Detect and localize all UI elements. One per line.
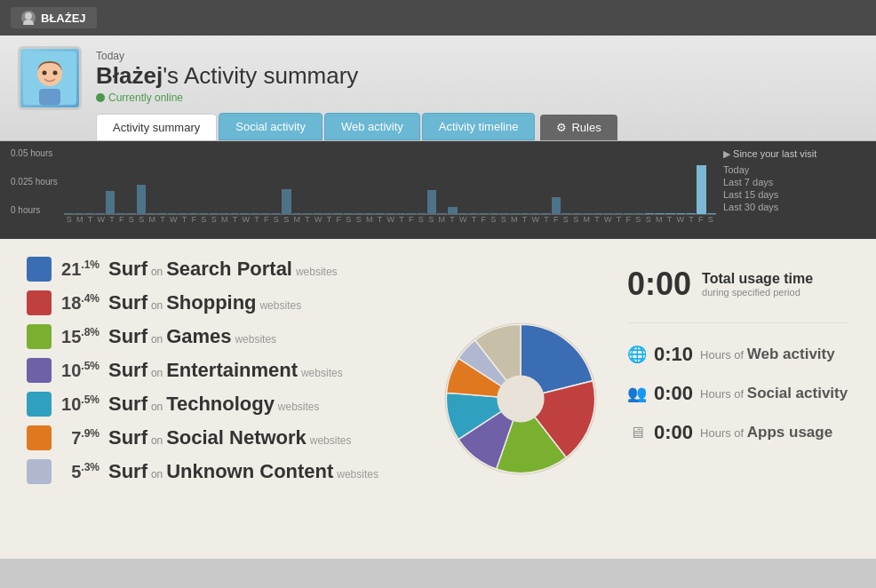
chart-bar	[178, 213, 187, 214]
stat-social: 👥 0:00 Hours of Social activity	[627, 382, 849, 405]
x-label: T	[472, 215, 477, 224]
x-label: T	[233, 215, 238, 224]
header-info: Today Błażej's Activity summary Currentl…	[96, 46, 858, 140]
chart-bar	[593, 213, 602, 214]
legend-pct: 10.5%	[60, 360, 100, 381]
chart-bar	[458, 213, 468, 214]
chart-bar	[147, 213, 156, 214]
chart-bar	[417, 213, 426, 214]
legend-list: 21.1%Surf on Search Portal websites18.4%…	[27, 257, 414, 541]
legend-pct: 10.5%	[60, 393, 100, 415]
x-label: F	[264, 215, 269, 224]
user-icon	[21, 11, 36, 25]
x-label: T	[88, 215, 93, 224]
tab-activity-summary[interactable]: Activity summary	[96, 114, 217, 140]
chart-bar	[448, 207, 458, 214]
legend-item: 21.1%Surf on Search Portal websites	[27, 257, 414, 282]
online-label: Currently online	[108, 91, 183, 104]
x-label: W	[243, 215, 251, 224]
chart-bar	[603, 213, 613, 214]
x-label: M	[221, 215, 228, 224]
x-label: S	[346, 215, 351, 224]
x-label: W	[604, 215, 612, 224]
legend-color-swatch	[27, 425, 52, 450]
total-sub: during specified period	[702, 287, 813, 298]
time-option-today[interactable]: Today	[723, 163, 865, 176]
x-label: S	[573, 215, 578, 224]
web-desc: Hours of Web activity	[700, 346, 835, 363]
tab-social-activity[interactable]: Social activity	[219, 113, 323, 140]
tab-activity-timeline[interactable]: Activity timeline	[422, 113, 536, 140]
avatar	[18, 46, 82, 110]
x-label: S	[418, 215, 424, 224]
stats-panel: 0:00 Total usage time during specified p…	[627, 257, 849, 541]
chart-bar	[479, 213, 489, 214]
x-label: T	[544, 215, 549, 224]
legend-text: Surf on Technology websites	[108, 393, 320, 416]
globe-icon: 🌐	[627, 345, 647, 364]
x-label: F	[337, 215, 342, 224]
divider-1	[627, 322, 849, 323]
chart-bar	[364, 213, 374, 214]
x-label: W	[315, 215, 323, 224]
user-tab[interactable]: BŁAŻEJ	[11, 7, 97, 28]
legend-item: 7.9%Surf on Social Network websites	[27, 425, 414, 450]
chart-area: 0.05 hours 0.025 hours 0 hours SMTWTFSSM…	[0, 141, 876, 239]
chart-bar	[655, 213, 665, 214]
rules-label: Rules	[571, 121, 601, 134]
time-option-7days[interactable]: Last 7 days	[723, 176, 865, 188]
chart-bar	[521, 213, 530, 214]
chart-bar	[261, 213, 271, 214]
x-label: S	[129, 215, 134, 224]
social-time: 0:00	[654, 382, 693, 405]
x-label: M	[366, 215, 373, 224]
x-label: S	[139, 215, 144, 224]
chart-bar	[292, 213, 302, 214]
x-label: S	[708, 215, 713, 224]
legend-pct: 21.1%	[60, 258, 100, 280]
legend-pct: 18.4%	[60, 292, 100, 314]
legend-pct: 15.8%	[60, 326, 100, 347]
time-option-30days[interactable]: Last 30 days	[723, 201, 865, 213]
x-label: T	[617, 215, 622, 224]
x-label: S	[646, 215, 651, 224]
x-label: T	[109, 215, 115, 224]
chart-bar	[75, 213, 84, 214]
chart-bar	[209, 213, 219, 214]
chart-bar	[510, 213, 520, 214]
y-label-top: 0.05 hours	[11, 148, 58, 158]
chart-bar	[530, 213, 540, 214]
legend-text: Surf on Social Network websites	[108, 426, 351, 449]
time-option-15days[interactable]: Last 15 days	[723, 188, 865, 201]
x-label: S	[201, 215, 206, 224]
chart-bar	[282, 189, 291, 214]
tab-web-activity[interactable]: Web activity	[324, 113, 420, 140]
x-label: T	[522, 215, 528, 224]
chart-bar	[106, 191, 115, 214]
svg-point-3	[43, 71, 47, 75]
x-label: M	[148, 215, 155, 224]
legend-item: 5.3%Surf on Unknown Content websites	[27, 459, 414, 484]
chart-bar	[676, 213, 686, 214]
chart-bar	[344, 213, 354, 214]
legend-item: 18.4%Surf on Shopping websites	[27, 290, 414, 315]
x-label: W	[170, 215, 178, 224]
x-label: S	[428, 215, 434, 224]
legend-item: 15.8%Surf on Games websites	[27, 324, 414, 349]
stat-web: 🌐 0:10 Hours of Web activity	[627, 343, 849, 366]
x-label: S	[283, 215, 289, 224]
social-label: Hours of	[700, 387, 744, 401]
chart-bar	[468, 213, 478, 214]
web-label: Hours of	[700, 348, 744, 362]
tab-rules[interactable]: ⚙ Rules	[540, 115, 617, 140]
x-label: F	[626, 215, 632, 224]
chart-bar	[614, 213, 624, 214]
chart-bar	[84, 213, 94, 214]
chart-main: 0.05 hours 0.025 hours 0 hours SMTWTFSSM…	[11, 148, 716, 239]
x-label: T	[450, 215, 455, 224]
x-label: W	[532, 215, 540, 224]
x-label: W	[98, 215, 106, 224]
chart-bar	[323, 213, 333, 214]
chart-bar	[552, 197, 561, 214]
total-label-group: Total usage time during specified period	[702, 271, 813, 298]
